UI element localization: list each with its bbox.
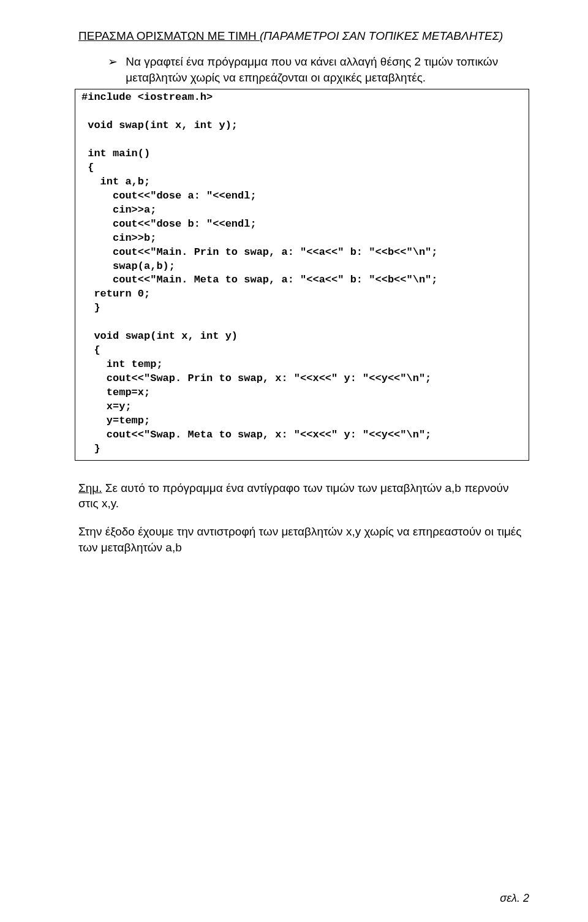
bullet-text: Να γραφτεί ένα πρόγραμμα που να κάνει αλ… xyxy=(126,54,529,85)
bulleted-item: ➢ Να γραφτεί ένα πρόγραμμα που να κάνει … xyxy=(108,54,529,85)
page-number: σελ. 2 xyxy=(500,892,529,905)
code-listing: #include <iostream.h> void swap(int x, i… xyxy=(75,89,529,460)
note-paragraph-1: Σημ. Σε αυτό το πρόγραμμα ένα αντίγραφο … xyxy=(78,480,529,512)
note-label: Σημ. xyxy=(78,482,102,494)
note-line-1: Σε αυτό το πρόγραμμα ένα αντίγραφο των τ… xyxy=(78,482,508,510)
section-heading: ΠΕΡΑΣΜΑ ΟΡΙΣΜΑΤΩΝ ΜΕ ΤΙΜΗ (ΠΑΡΑΜΕΤΡΟΙ ΣΑ… xyxy=(78,29,529,43)
heading-italic: (ΠΑΡΑΜΕΤΡΟΙ ΣΑΝ ΤΟΠΙΚΕΣ ΜΕΤΑΒΛΗΤΕΣ) xyxy=(260,29,503,42)
heading-underlined: ΠΕΡΑΣΜΑ ΟΡΙΣΜΑΤΩΝ ΜΕ ΤΙΜΗ xyxy=(78,29,260,42)
note-paragraph-2: Στην έξοδο έχουμε την αντιστροφή των μετ… xyxy=(78,524,529,555)
bullet-arrow-icon: ➢ xyxy=(108,54,123,70)
